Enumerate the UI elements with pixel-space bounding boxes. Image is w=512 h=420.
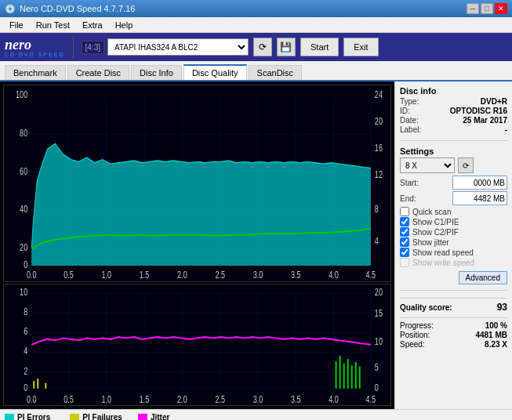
svg-text:40: 40 [20, 204, 27, 215]
show-c2-checkbox[interactable] [400, 227, 409, 237]
drive-prefix-label: [4:3] [82, 41, 104, 54]
pi-errors-title: PI Errors [17, 413, 50, 420]
speed-row-progress: Speed: 8.23 X [400, 340, 507, 349]
exit-button[interactable]: Exit [343, 38, 378, 56]
quality-row: Quality score: 93 [400, 298, 507, 313]
tab-create-disc[interactable]: Create Disc [67, 65, 129, 80]
svg-text:2.0: 2.0 [177, 270, 187, 281]
svg-rect-58 [336, 361, 337, 389]
svg-text:1.5: 1.5 [140, 394, 150, 405]
quick-scan-checkbox[interactable] [400, 207, 409, 216]
svg-text:0.5: 0.5 [64, 394, 74, 405]
svg-rect-60 [343, 364, 345, 389]
window-title: Nero CD-DVD Speed 4.7.7.16 [20, 4, 135, 13]
settings-section: Settings 8 X 1 X 2 X 4 X 12 X 16 X ⟳ Sta… [400, 147, 507, 284]
svg-text:4.5: 4.5 [366, 394, 376, 405]
svg-text:0.0: 0.0 [27, 394, 37, 405]
svg-text:60: 60 [20, 165, 27, 176]
toolbar: nero CD·DVD SPEED [4:3] ATAPI IHAS324 A … [0, 33, 512, 61]
svg-rect-59 [340, 356, 341, 389]
drive-select[interactable]: ATAPI IHAS324 A BLC2 [107, 38, 249, 56]
start-mb-input[interactable]: 0000 MB [452, 176, 507, 190]
tab-disc-info[interactable]: Disc Info [131, 65, 182, 80]
tab-benchmark[interactable]: Benchmark [5, 65, 66, 80]
progress-section: Progress: 100 % Position: 4481 MB Speed:… [400, 317, 507, 349]
svg-text:0.5: 0.5 [64, 270, 74, 281]
main-content: 100 80 60 40 20 0 24 20 16 12 8 4 0.0 0.… [0, 81, 512, 409]
end-mb-row: End: 4482 MB [400, 191, 507, 205]
tab-disc-quality[interactable]: Disc Quality [183, 64, 247, 80]
start-button[interactable]: Start [300, 38, 339, 56]
menu-extra[interactable]: Extra [76, 19, 109, 31]
quality-label: Quality score: [400, 303, 452, 312]
svg-rect-57 [45, 383, 46, 389]
pi-failures-col: PI Failures Average: 0.01 Maximum: 3 Tot… [70, 413, 122, 420]
svg-text:20: 20 [375, 287, 383, 298]
chart-area: 100 80 60 40 20 0 24 20 16 12 8 4 0.0 0.… [0, 81, 394, 409]
svg-text:20: 20 [20, 242, 27, 253]
lower-chart: 10 8 6 4 2 0 20 15 10 5 0 0.0 0.5 1.0 1.… [3, 284, 391, 406]
show-jitter-checkbox[interactable] [400, 237, 409, 247]
svg-text:8: 8 [24, 306, 27, 317]
advanced-button[interactable]: Advanced [459, 271, 507, 284]
svg-rect-39 [4, 284, 390, 405]
menu-run-test[interactable]: Run Test [30, 19, 76, 31]
show-write-speed-row: Show write speed [400, 258, 507, 267]
svg-text:16: 16 [375, 143, 383, 154]
maximize-button[interactable]: □ [481, 3, 493, 14]
title-bar: 💿 Nero CD-DVD Speed 4.7.7.16 ─ □ ✕ [0, 0, 512, 17]
svg-text:6: 6 [24, 326, 27, 337]
menu-bar: File Run Test Extra Help [0, 17, 512, 33]
logo-nero: nero [5, 38, 31, 52]
svg-text:1.0: 1.0 [102, 270, 112, 281]
title-bar-controls: ─ □ ✕ [467, 3, 507, 14]
disc-date-label: Date: [400, 116, 419, 125]
speed-select[interactable]: 8 X 1 X 2 X 4 X 12 X 16 X [400, 158, 455, 173]
tab-scan-disc[interactable]: ScanDisc [249, 65, 302, 80]
menu-help[interactable]: Help [109, 19, 140, 31]
pi-failures-header: PI Failures [70, 413, 122, 420]
svg-text:1.0: 1.0 [102, 394, 112, 405]
close-button[interactable]: ✕ [495, 3, 507, 14]
settings-title: Settings [400, 147, 507, 156]
svg-rect-64 [359, 367, 361, 389]
end-mb-label: End: [400, 194, 416, 203]
show-c1-checkbox[interactable] [400, 217, 409, 226]
save-icon-button[interactable]: 💾 [277, 38, 296, 56]
show-jitter-label: Show jitter [412, 238, 449, 247]
svg-text:2.5: 2.5 [215, 394, 225, 405]
position-row: Position: 4481 MB [400, 331, 507, 339]
svg-text:4: 4 [24, 346, 27, 357]
svg-text:10: 10 [20, 287, 27, 298]
position-value: 4481 MB [475, 331, 507, 339]
speed-refresh-button[interactable]: ⟳ [458, 158, 474, 173]
app-logo: nero CD·DVD SPEED [5, 38, 65, 57]
show-c1-label: Show C1/PIE [412, 218, 459, 226]
show-write-speed-checkbox[interactable] [400, 258, 409, 267]
svg-rect-55 [33, 381, 34, 389]
quality-value: 93 [497, 302, 507, 313]
show-read-speed-checkbox[interactable] [400, 248, 409, 257]
refresh-icon-button[interactable]: ⟳ [253, 38, 272, 56]
svg-text:0: 0 [24, 259, 27, 270]
disc-type-row: Type: DVD+R [400, 97, 507, 106]
show-write-speed-label: Show write speed [412, 259, 474, 267]
quick-scan-row: Quick scan [400, 207, 507, 216]
minimize-button[interactable]: ─ [467, 3, 479, 14]
right-panel: Disc info Type: DVD+R ID: OPTODISC R16 D… [394, 81, 512, 409]
progress-value: 100 % [485, 321, 507, 330]
menu-file[interactable]: File [3, 19, 30, 31]
disc-label-label: Label: [400, 125, 421, 134]
tab-bar: Benchmark Create Disc Disc Info Disc Qua… [0, 61, 512, 81]
end-mb-input[interactable]: 4482 MB [452, 191, 507, 205]
speed-value: 8.23 X [485, 340, 507, 349]
disc-info-section: Disc info Type: DVD+R ID: OPTODISC R16 D… [400, 86, 507, 135]
svg-rect-63 [355, 362, 357, 389]
pi-errors-color-box [5, 414, 14, 421]
svg-text:3.0: 3.0 [253, 394, 263, 405]
svg-text:0: 0 [375, 382, 379, 393]
drive-select-group: [4:3] ATAPI IHAS324 A BLC2 [82, 38, 249, 56]
progress-label: Progress: [400, 321, 434, 330]
jitter-title: Jitter [151, 413, 169, 420]
svg-rect-62 [351, 366, 353, 389]
